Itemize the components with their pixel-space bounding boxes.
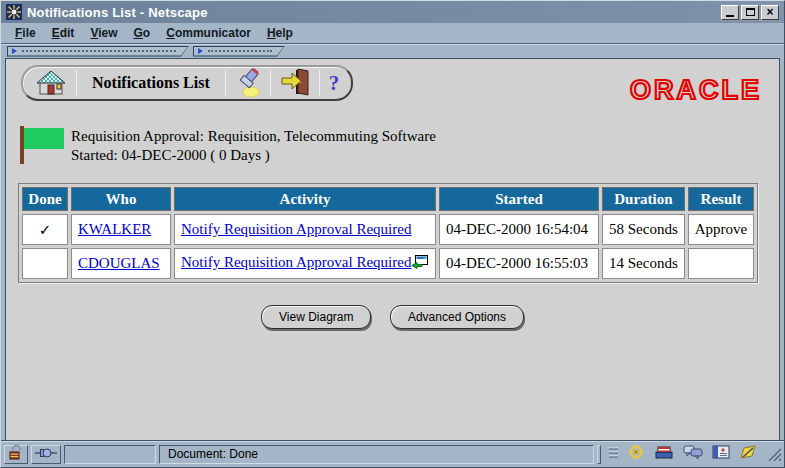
- table-row: CDOUGLAS Notify Requisition Approval Req…: [22, 248, 754, 279]
- close-icon: ×: [766, 6, 773, 18]
- result-cell: [688, 248, 755, 279]
- online-status-indicator[interactable]: [31, 445, 61, 464]
- green-flag-icon: [20, 126, 67, 164]
- col-header-started: Started: [439, 187, 599, 211]
- collapsed-location-toolbar[interactable]: [193, 46, 285, 57]
- minimize-button[interactable]: [721, 5, 739, 20]
- done-checkmark: [22, 248, 68, 279]
- maximize-icon: [746, 8, 755, 16]
- address-book-icon[interactable]: [712, 444, 730, 464]
- netscape-window: Notifications List - Netscape × File Edi…: [0, 0, 785, 468]
- expand-arrow-icon: [12, 48, 17, 54]
- duration-cell: 14 Seconds: [602, 248, 685, 279]
- netscape-logo-icon: [6, 4, 22, 20]
- inbox-icon[interactable]: [654, 444, 674, 464]
- toolbar-texture: [22, 50, 176, 52]
- maximize-button[interactable]: [741, 5, 759, 20]
- collapsed-navigation-toolbar[interactable]: [7, 46, 189, 57]
- menu-go[interactable]: Go: [126, 24, 159, 42]
- toolbar-separator: [319, 70, 320, 96]
- page-content: Notifications List: [1, 58, 784, 440]
- notifications-table: Done Who Activity Started Duration Resul…: [18, 183, 758, 283]
- open-padlock-icon: [8, 444, 24, 464]
- resize-grip-icon[interactable]: [767, 447, 781, 461]
- col-header-done: Done: [22, 187, 68, 211]
- menu-help[interactable]: Help: [259, 24, 301, 42]
- col-header-duration: Duration: [602, 187, 685, 211]
- menu-file[interactable]: File: [7, 24, 44, 42]
- oracle-logo[interactable]: ORACLE: [630, 75, 762, 106]
- minimize-icon: [726, 15, 734, 17]
- notification-title: Requisition Approval: Requisition, Telec…: [71, 127, 436, 146]
- who-link[interactable]: CDOUGLAS: [78, 255, 160, 271]
- workflow-toolbar: Notifications List: [21, 65, 353, 101]
- result-cell: Approve: [688, 214, 755, 245]
- expand-arrow-icon: [198, 48, 203, 54]
- composer-icon[interactable]: [739, 444, 757, 464]
- question-mark-icon: ?: [329, 71, 340, 96]
- menu-bar: File Edit View Go Communicator Help: [1, 23, 784, 43]
- window-title: Notifications List - Netscape: [27, 5, 716, 20]
- online-plug-icon: [35, 445, 57, 463]
- started-cell: 04-DEC-2000 16:54:04: [439, 214, 599, 245]
- toolbar-texture: [208, 50, 272, 52]
- flashlight-icon: [235, 67, 261, 100]
- menu-edit[interactable]: Edit: [44, 24, 83, 42]
- title-bar[interactable]: Notifications List - Netscape ×: [1, 1, 784, 23]
- started-cell: 04-DEC-2000 16:55:03: [439, 248, 599, 279]
- status-bar: Document: Done: [1, 440, 784, 467]
- action-buttons: View Diagram Advanced Options: [5, 305, 780, 329]
- notification-started: Started: 04-DEC-2000 ( 0 Days ): [71, 146, 436, 165]
- component-bar-handle[interactable]: [597, 445, 601, 464]
- exit-door-icon: [280, 68, 310, 99]
- flag-cloth: [24, 128, 64, 149]
- discussions-icon[interactable]: [683, 444, 703, 464]
- notification-header: Requisition Approval: Requisition, Telec…: [20, 126, 780, 165]
- menu-view[interactable]: View: [82, 24, 125, 42]
- advanced-options-button[interactable]: Advanced Options: [390, 305, 524, 329]
- close-button[interactable]: ×: [761, 5, 779, 20]
- table-header-row: Done Who Activity Started Duration Resul…: [22, 187, 754, 211]
- menu-communicator[interactable]: Communicator: [158, 24, 259, 42]
- activity-link[interactable]: Notify Requisition Approval Required: [181, 254, 411, 270]
- activity-link[interactable]: Notify Requisition Approval Required: [181, 221, 411, 237]
- document-status: Document: Done: [159, 445, 594, 464]
- collapsed-toolbars: [1, 43, 784, 58]
- done-checkmark: ✓: [22, 214, 68, 245]
- home-button[interactable]: [35, 68, 67, 99]
- duration-cell: 58 Seconds: [602, 214, 685, 245]
- exit-button[interactable]: [280, 68, 310, 99]
- col-header-who: Who: [71, 187, 171, 211]
- progress-area: [64, 445, 156, 464]
- security-indicator[interactable]: [4, 445, 28, 464]
- drag-handle-icon[interactable]: [609, 444, 618, 464]
- col-header-activity: Activity: [174, 187, 436, 211]
- view-diagram-button[interactable]: View Diagram: [261, 305, 371, 329]
- toolbar-separator: [225, 70, 226, 96]
- toolbar-separator: [270, 70, 271, 96]
- help-button[interactable]: ?: [329, 71, 340, 96]
- component-bar: [604, 444, 762, 464]
- navigator-wheel-icon[interactable]: [627, 444, 645, 464]
- home-icon: [35, 68, 67, 99]
- window-controls: ×: [721, 5, 779, 20]
- col-header-result: Result: [688, 187, 755, 211]
- who-link[interactable]: KWALKER: [78, 221, 151, 237]
- table-row: ✓ KWALKER Notify Requisition Approval Re…: [22, 214, 754, 245]
- response-required-icon: [412, 255, 428, 273]
- find-notifications-button[interactable]: [235, 67, 261, 100]
- toolbar-separator: [76, 70, 77, 96]
- page-title: Notifications List: [86, 74, 216, 92]
